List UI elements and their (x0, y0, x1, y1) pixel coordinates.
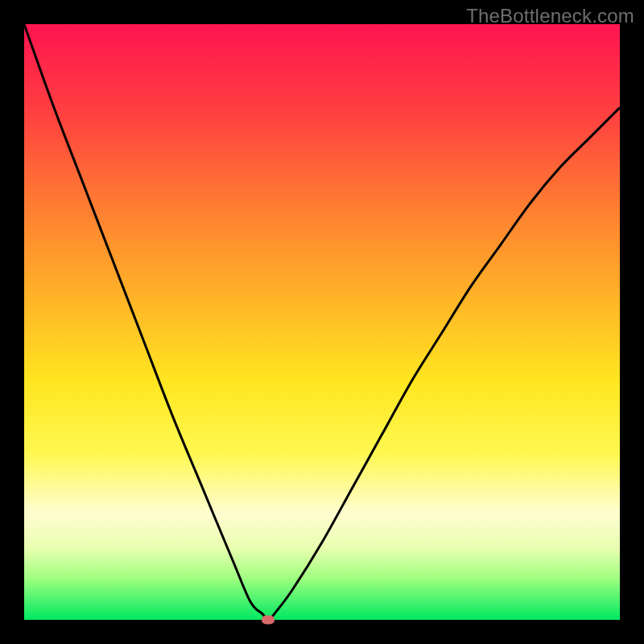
chart-area (24, 24, 620, 620)
bottleneck-curve (24, 24, 620, 620)
curve-line (24, 24, 620, 620)
optimal-marker (262, 616, 275, 625)
watermark-text: TheBottleneck.com (466, 5, 634, 27)
